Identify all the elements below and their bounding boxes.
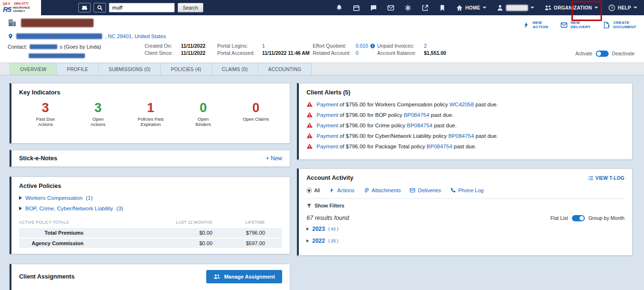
indicator-label: Open Claims: [230, 116, 282, 122]
create-document-button[interactable]: CREATE DOCUMENT: [603, 21, 636, 29]
organization-menu-label: ORGANIZATION: [554, 5, 592, 10]
policy-group-bop-crime-cyber[interactable]: BOP, Crime, Cyber/Network Liability (3): [19, 206, 282, 211]
organization-icon: [544, 4, 551, 11]
global-search-input[interactable]: [109, 3, 175, 12]
new-action-button[interactable]: NEW ACTION: [523, 21, 548, 29]
logo-r5-text: R5: [3, 5, 11, 13]
indicator-open-actions[interactable]: 3 Open Actions: [72, 101, 124, 127]
client-address-text[interactable]: , NC 28401, United States: [105, 33, 166, 39]
app-logo[interactable]: QA 0 ORG 0777 R5 INSURANCE AGENCY: [0, 0, 41, 15]
client-alerts-title: Client Alerts (5): [306, 89, 624, 96]
chat-icon[interactable]: [370, 4, 377, 11]
caret-down-icon: [633, 7, 637, 9]
filter-deliveries[interactable]: Deliveries: [410, 187, 441, 193]
filter-phone-log[interactable]: Phone Log: [450, 187, 484, 193]
help-menu[interactable]: ? HELP: [608, 4, 637, 11]
portal-accessed-value: 11/11/2022 11:46 AM: [262, 50, 309, 56]
policy-group-count: (3): [116, 206, 123, 211]
year-label: 2023: [312, 226, 325, 232]
key-indicators-title: Key Indicators: [19, 89, 282, 96]
group-by-month-toggle[interactable]: [572, 215, 585, 221]
year-label: 2022: [312, 238, 325, 244]
activate-toggle[interactable]: [596, 51, 609, 57]
new-delivery-label-line2: DELIVERY: [570, 25, 591, 29]
year-group-2023[interactable]: 2023 ( 42 ): [306, 226, 624, 232]
alert-policy-link[interactable]: BP084754: [427, 144, 453, 149]
new-note-link[interactable]: + New: [266, 155, 282, 162]
effort-quotient-value: 0.015: [356, 43, 368, 49]
indicator-past-due-actions[interactable]: 3 Past Due Actions: [19, 101, 72, 127]
tab-accounting[interactable]: ACCOUNTING: [258, 63, 312, 75]
unpaid-invoices-value[interactable]: 2: [424, 43, 446, 49]
tab-claims[interactable]: CLAIMS (0): [212, 63, 258, 75]
year-group-2022[interactable]: 2022 ( 25 ): [306, 238, 624, 244]
phone-icon: [450, 187, 456, 193]
related-account-label: Related Account:: [313, 50, 353, 56]
search-icon: [97, 5, 103, 11]
advanced-search-button[interactable]: [78, 3, 91, 12]
row-label: Total Premiums: [19, 230, 84, 236]
table-row-agency-commission: Agency Commission $0.00 $597.00: [19, 238, 282, 248]
alert-policy-link[interactable]: WC42058: [450, 102, 474, 107]
svg-text:?: ?: [611, 6, 613, 10]
related-account-value[interactable]: 0: [356, 50, 375, 56]
alert-action-link[interactable]: Payment: [317, 112, 338, 118]
home-menu-label: HOME: [465, 5, 480, 10]
alert-text: of $796.00 for BOP policy: [338, 112, 403, 118]
info-icon[interactable]: [370, 43, 375, 49]
organization-menu[interactable]: ORGANIZATION: [544, 4, 598, 11]
filter-actions[interactable]: Actions: [329, 187, 354, 193]
table-row-total-premiums: Total Premiums $0.00 $796.00: [19, 228, 282, 238]
alert-action-link[interactable]: Payment: [317, 123, 338, 128]
client-since-label: Client Since:: [145, 50, 178, 56]
policy-group-workers-compensation[interactable]: Workers Compensation (1): [19, 195, 282, 201]
indicator-value: 0: [230, 101, 282, 115]
alert-action-link[interactable]: Payment: [317, 133, 338, 139]
alert-policy-link[interactable]: BP084754: [448, 133, 474, 139]
portal-logins-label: Portal Logins:: [217, 43, 259, 49]
user-menu[interactable]: [496, 4, 534, 11]
redacted-contact-name: [30, 44, 57, 49]
asterisk-icon[interactable]: [404, 4, 412, 11]
new-delivery-button[interactable]: NEW DELIVERY: [560, 21, 591, 29]
filter-all-radio[interactable]: All: [306, 187, 320, 193]
calendar-icon[interactable]: [353, 4, 360, 11]
new-action-label-line2: ACTION: [533, 25, 548, 29]
alert-policy-link[interactable]: BP084754: [407, 123, 433, 128]
filter-attachments[interactable]: Attachments: [363, 187, 401, 193]
show-filters-toggle[interactable]: Show Filters: [306, 203, 624, 208]
account-activity-title: Account Activity: [306, 175, 353, 181]
indicator-open-binders[interactable]: 0 Open Binders: [177, 101, 230, 127]
account-balance-label: Account Balance:: [377, 50, 421, 56]
tab-submissions[interactable]: SUBMISSIONS (0): [99, 63, 161, 75]
policy-group-label: Workers Compensation: [25, 195, 83, 201]
bell-icon[interactable]: [336, 4, 343, 11]
warning-triangle-icon: [306, 122, 313, 128]
client-since-value: 11/11/2022: [181, 50, 205, 56]
alert-action-link[interactable]: Payment: [317, 144, 338, 149]
bookmark-icon[interactable]: [439, 4, 446, 11]
created-on-value: 11/11/2022: [181, 43, 205, 49]
view-tlog-link[interactable]: VIEW T-LOG: [588, 176, 624, 181]
indicator-policies-past-expiration[interactable]: 1 Policies Past Expiration: [124, 101, 177, 127]
portal-logins-value[interactable]: 1: [262, 43, 309, 49]
tab-overview[interactable]: OVERVIEW: [10, 63, 57, 75]
mail-icon[interactable]: [387, 4, 394, 11]
portal-accessed-label: Portal Accessed:: [217, 50, 259, 56]
indicator-value: 3: [72, 101, 124, 115]
expand-arrow-icon: [306, 228, 309, 230]
quick-search-button[interactable]: [94, 3, 106, 12]
policy-group-label: BOP, Crime, Cyber/Network Liability: [25, 206, 113, 211]
indicator-open-claims[interactable]: 0 Open Claims: [230, 101, 282, 127]
external-link-icon[interactable]: [422, 4, 429, 11]
warning-triangle-icon: [306, 112, 313, 118]
search-submit-button[interactable]: Search: [178, 3, 203, 12]
tab-policies[interactable]: POLICIES (4): [161, 63, 212, 75]
created-on-label: Created On:: [145, 43, 178, 49]
tab-profile[interactable]: PROFILE: [57, 63, 98, 75]
warning-triangle-icon: [306, 133, 313, 139]
manage-assignment-button[interactable]: Manage Assignment: [206, 270, 282, 283]
home-menu[interactable]: HOME: [456, 4, 486, 11]
alert-policy-link[interactable]: BP084754: [404, 112, 430, 118]
alert-action-link[interactable]: Payment: [317, 102, 338, 107]
